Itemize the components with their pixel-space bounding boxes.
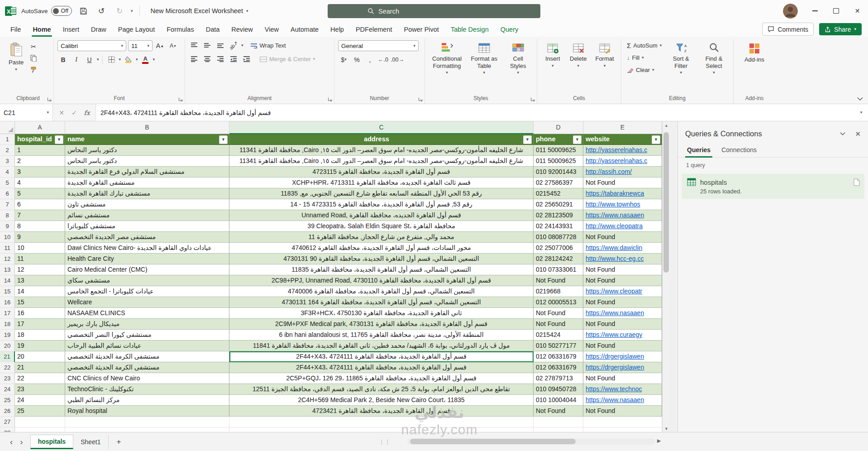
cell-D14[interactable]: Not Found [534, 275, 583, 286]
cell-D22[interactable]: 012 06331679 [534, 362, 583, 373]
restore-button[interactable] [825, 0, 847, 22]
website-link[interactable]: https://www.technoc [586, 385, 642, 393]
filter-button-website[interactable]: ▼ [652, 135, 660, 144]
row-header-2[interactable]: 2 [0, 145, 15, 156]
cell-D17[interactable]: Not Found [534, 308, 583, 319]
cell-A2[interactable]: 1 [15, 145, 65, 156]
horizontal-scrollbar[interactable] [407, 438, 655, 445]
row-header-15[interactable]: 15 [0, 286, 15, 297]
cell-D4[interactable]: 010 92001443 [534, 167, 583, 178]
cell-B27[interactable] [65, 417, 229, 427]
decrease-indent-icon[interactable] [228, 54, 239, 64]
cell-C25[interactable]: 2C4H+569 Medical Park 2, Beside New Cair… [229, 395, 534, 406]
document-title[interactable]: New Microsoft Excel Worksheet ▾ [151, 7, 248, 14]
column-header-D[interactable]: D [534, 121, 583, 134]
ribbon-tab-query[interactable]: Query [495, 22, 525, 37]
cell-A18[interactable]: 17 [15, 319, 65, 330]
horizontal-scroll-thumb[interactable] [410, 439, 576, 444]
number-format-select[interactable]: General▾ [338, 40, 419, 51]
column-header-B[interactable]: B [65, 121, 229, 134]
minimize-button[interactable] [804, 0, 825, 22]
select-all-corner[interactable] [0, 121, 15, 134]
paste-button[interactable]: Paste ▾ [6, 40, 26, 73]
row-header-23[interactable]: 23 [0, 373, 15, 384]
copy-button[interactable] [28, 53, 39, 63]
cell-B12[interactable]: Health Care City [65, 254, 229, 264]
cell-A4[interactable]: 3 [15, 167, 65, 178]
cell-A21[interactable]: 20 [15, 351, 65, 362]
website-link[interactable]: https://www.nasaaen [586, 309, 644, 317]
enter-entry-icon[interactable]: ✓ [68, 109, 80, 116]
website-link[interactable]: http://www.cleopatra [586, 222, 643, 230]
website-link[interactable]: http://yasserelnahas.c [586, 157, 647, 164]
row-header-20[interactable]: 20 [0, 341, 15, 351]
cell-A8[interactable]: 7 [15, 210, 65, 221]
redo-button[interactable]: ↻ [113, 4, 126, 18]
cell-A16[interactable]: 15 [15, 297, 65, 308]
cell-D16[interactable]: 012 00005513 [534, 297, 583, 308]
sheet-nav-right-icon[interactable]: › [20, 437, 23, 447]
row-header-6[interactable]: 6 [0, 188, 15, 199]
cell-E12[interactable]: http://www.hcc-eg.cc [583, 254, 662, 264]
ribbon-tab-page-layout[interactable]: Page Layout [112, 22, 161, 37]
cell-C3[interactable]: شارع الخليفه المأمون-روكسي-مصر الجديده- … [229, 156, 534, 167]
cell-E7[interactable]: http://www.townhos [583, 199, 662, 210]
cell-B14[interactable]: مستشفى سكاي [65, 275, 229, 286]
filter-button-phone[interactable]: ▼ [573, 135, 582, 144]
cell-D24[interactable]: 010 09450728 [534, 384, 583, 395]
find-select-button[interactable]: Find & Select ▾ [698, 40, 730, 77]
font-name-select[interactable]: Calibri▾ [57, 40, 126, 51]
cell-E19[interactable]: https://www.curaegy [583, 330, 662, 341]
cell-A7[interactable]: 6 [15, 199, 65, 210]
font-color-chevron-icon[interactable]: ▾ [153, 58, 155, 62]
save-button[interactable] [76, 4, 90, 18]
panel-close-icon[interactable]: ✕ [855, 130, 861, 138]
filter-button-hospital_id[interactable]: ▼ [55, 135, 63, 144]
cell-B23[interactable]: CNC Clinics of New Cairo [65, 373, 229, 384]
website-link[interactable]: http://www.hcc-eg.cc [586, 255, 644, 262]
filter-button-name[interactable]: ▼ [219, 135, 228, 144]
row-header-7[interactable]: 7 [0, 199, 15, 210]
cell-A26[interactable]: 25 [15, 406, 65, 417]
styles-dialog-launcher[interactable] [530, 97, 535, 102]
percent-button[interactable]: % [351, 54, 362, 65]
cell-D3[interactable]: 011 50009625 [534, 156, 583, 167]
row-header-17[interactable]: 17 [0, 308, 15, 319]
row-header-1[interactable]: 1 [0, 134, 15, 145]
sort-filter-button[interactable]: AZ Sort & Filter ▾ [665, 40, 696, 77]
fill-button[interactable]: ↓Fill▾ [625, 53, 663, 63]
cell-A23[interactable]: 22 [15, 373, 65, 384]
cell-B21[interactable]: مستشفى الكرمة الحديثة التخصصي [65, 351, 229, 362]
cell-E21[interactable]: https://drgergislawen [583, 351, 662, 362]
cell-B26[interactable]: Royal hospital [65, 406, 229, 417]
cell-C19[interactable]: 6 ibn hani alandalousi st, 11765 المنطقة… [229, 330, 534, 341]
orientation-button[interactable]: ab↗ [226, 38, 242, 53]
cell-B9[interactable]: مستشفى كليوباترا [65, 221, 229, 232]
cell-B6[interactable]: مستشفى تبارك القاهرة الجديدة [65, 188, 229, 199]
cell-C14[interactable]: 2C98+PPJ, Unnamed Road, 4730110 قسم أول … [229, 275, 534, 286]
cell-B18[interactable]: ميديكال بارك بريمير [65, 319, 229, 330]
align-left-icon[interactable] [189, 54, 200, 64]
cell-D8[interactable]: 02 28123509 [534, 210, 583, 221]
align-center-icon[interactable] [202, 54, 213, 64]
cell-D27[interactable] [534, 417, 583, 427]
website-link[interactable]: https://tabaraknewca [586, 190, 644, 197]
cell-B25[interactable]: مركز النسائم الطبي [65, 395, 229, 406]
cell-E20[interactable]: Not Found [583, 341, 662, 351]
panel-chevron-icon[interactable] [839, 132, 846, 136]
cell-E2[interactable]: http://yasserelnahas.c [583, 145, 662, 156]
underline-chevron-icon[interactable]: ▾ [97, 58, 99, 62]
scroll-up-arrow-icon[interactable]: ▲ [663, 121, 670, 129]
autosum-button[interactable]: ΣAutoSum▾ [625, 40, 663, 51]
cell-C11[interactable]: محور السادات، قسم أول القاهرة الجديدة، م… [229, 243, 534, 254]
cell-D19[interactable]: 0215424 [534, 330, 583, 341]
cell-E3[interactable]: http://yasserelnahas.c [583, 156, 662, 167]
website-link[interactable]: http://assih.com/ [586, 168, 632, 175]
cell-D15[interactable]: 0219668 [534, 286, 583, 297]
cell-C20[interactable]: مول ڤ يارد الدورلتاني، بوابة 6، الشهيد/ … [229, 341, 534, 351]
comma-style-button[interactable]: , [364, 54, 376, 65]
cell-C13[interactable]: التسعين الشمالي، قسم أول القاهرة الجديدة… [229, 264, 534, 275]
ribbon-tab-table-design[interactable]: Table Design [445, 22, 495, 37]
italic-button[interactable]: I [71, 54, 82, 65]
cell-A27[interactable] [15, 417, 65, 427]
